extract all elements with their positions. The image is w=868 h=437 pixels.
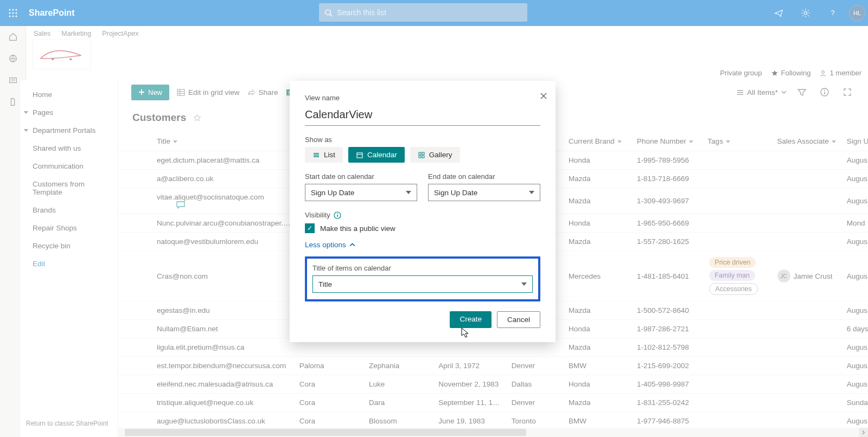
start-date-value: Sign Up Date bbox=[311, 189, 354, 197]
end-date-label: End date on calendar bbox=[428, 172, 540, 181]
chevron-up-icon bbox=[349, 242, 355, 248]
info-circle-icon[interactable] bbox=[334, 211, 341, 219]
public-view-label: Make this a public view bbox=[320, 224, 395, 233]
pill-list-label: List bbox=[324, 151, 335, 159]
visibility-label-wrap: Visibility bbox=[305, 211, 540, 219]
calendar-icon bbox=[356, 151, 363, 159]
create-view-dialog: View name Show as List Calendar Gallery … bbox=[290, 81, 556, 342]
dialog-footer: Create Cancel bbox=[305, 311, 540, 328]
view-name-input[interactable] bbox=[305, 105, 540, 126]
close-button[interactable] bbox=[535, 87, 552, 105]
start-date-select[interactable]: Sign Up Date bbox=[305, 184, 417, 201]
chevron-down-icon bbox=[521, 282, 527, 286]
svg-rect-35 bbox=[357, 153, 362, 158]
less-options-label: Less options bbox=[305, 241, 346, 249]
close-icon bbox=[540, 92, 547, 100]
public-view-checkbox-row[interactable]: ✓ Make this a public view bbox=[305, 223, 540, 233]
start-date-label: Start date on calendar bbox=[305, 172, 417, 181]
end-date-value: Sign Up Date bbox=[434, 189, 477, 197]
title-items-value: Title bbox=[318, 280, 332, 288]
pill-calendar-label: Calendar bbox=[367, 151, 397, 159]
show-as-pills: List Calendar Gallery bbox=[305, 147, 540, 163]
title-items-select[interactable]: Title bbox=[312, 275, 533, 293]
end-date-select[interactable]: Sign Up Date bbox=[428, 184, 540, 201]
svg-rect-40 bbox=[422, 156, 424, 158]
less-options-link[interactable]: Less options bbox=[305, 241, 540, 249]
view-name-label: View name bbox=[305, 94, 540, 102]
title-items-label: Title of items on calendar bbox=[312, 264, 533, 272]
pill-calendar[interactable]: Calendar bbox=[348, 147, 405, 163]
svg-rect-39 bbox=[419, 156, 421, 158]
show-as-label: Show as bbox=[305, 136, 540, 144]
cancel-button[interactable]: Cancel bbox=[497, 311, 540, 328]
svg-point-43 bbox=[337, 213, 338, 214]
chevron-down-icon bbox=[406, 191, 411, 194]
svg-rect-37 bbox=[419, 152, 421, 155]
pill-gallery[interactable]: Gallery bbox=[410, 147, 460, 163]
pill-list[interactable]: List bbox=[305, 147, 343, 163]
date-row: Start date on calendar Sign Up Date End … bbox=[305, 172, 540, 201]
list-icon bbox=[312, 151, 320, 159]
visibility-label: Visibility bbox=[305, 211, 330, 219]
title-items-highlight: Title of items on calendar Title bbox=[305, 256, 540, 301]
gallery-icon bbox=[418, 151, 425, 159]
chevron-down-icon bbox=[529, 191, 534, 194]
checkbox-checked-icon[interactable]: ✓ bbox=[305, 223, 315, 233]
create-button[interactable]: Create bbox=[450, 311, 492, 328]
pill-gallery-label: Gallery bbox=[429, 151, 452, 159]
svg-rect-38 bbox=[422, 152, 424, 155]
